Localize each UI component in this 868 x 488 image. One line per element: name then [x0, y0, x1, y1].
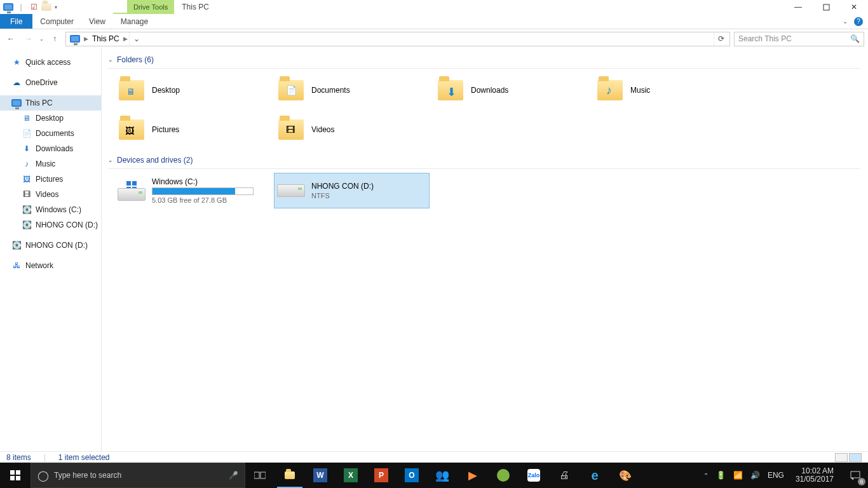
sidebar-downloads[interactable]: ⬇Downloads [0, 141, 101, 156]
nav-history-dropdown[interactable]: ⌄ [39, 36, 44, 42]
address-bar[interactable]: ▶ This PC ▶ ⌄ ⟳ [65, 32, 730, 46]
sidebar-removable-drive[interactable]: 💽NHONG CON (D:) [0, 238, 101, 253]
group-header-folders[interactable]: ⌄ Folders (6) [108, 51, 860, 69]
sidebar-onedrive[interactable]: ☁ OneDrive [0, 75, 101, 90]
qat-new-folder-icon[interactable] [41, 1, 52, 13]
svg-rect-10 [261, 472, 266, 478]
drive-c[interactable]: Windows (C:) 5.03 GB free of 27.8 GB [114, 173, 270, 208]
music-icon: ♪ [22, 159, 32, 169]
folder-pictures[interactable]: 🖼 Pictures [114, 112, 270, 147]
sidebar-documents[interactable]: 📄Documents [0, 126, 101, 141]
tab-manage[interactable]: Manage [113, 13, 156, 29]
battery-icon[interactable]: 🔋 [716, 471, 726, 480]
minimize-button[interactable]: — [784, 0, 812, 14]
search-placeholder: Search This PC [738, 34, 792, 43]
app-paint[interactable]: 🎨 [610, 463, 641, 488]
chevron-down-icon: ⌄ [108, 57, 113, 63]
ribbon-tabs: File Computer View Manage ⌄ ? [0, 14, 868, 29]
nav-back-button[interactable]: ← [4, 32, 18, 46]
folder-videos[interactable]: 🎞 Videos [274, 112, 430, 147]
folder-icon: 🖼 [118, 116, 146, 144]
drive-d-fs: NTFS [311, 192, 374, 200]
app-zalo[interactable]: Zalo [519, 463, 549, 488]
sidebar-videos[interactable]: 🎞Videos [0, 187, 101, 202]
svg-rect-11 [851, 471, 860, 478]
start-button[interactable] [0, 463, 31, 488]
tab-file[interactable]: File [0, 14, 32, 29]
sidebar-quick-access[interactable]: ★ Quick access [0, 55, 101, 70]
folder-desktop[interactable]: 🖥 Desktop [114, 72, 270, 108]
folder-documents[interactable]: 📄 Documents [274, 72, 430, 108]
sidebar-pictures[interactable]: 🖼Pictures [0, 172, 101, 187]
volume-icon[interactable]: 🔊 [750, 471, 760, 480]
chevron-down-icon: ⌄ [108, 157, 113, 163]
ribbon-collapse-icon[interactable]: ⌄ [843, 18, 848, 25]
sidebar-drive-c[interactable]: 💽Windows (C:) [0, 202, 101, 217]
app-people[interactable]: 👥 [427, 463, 458, 488]
view-tiles-button[interactable] [849, 453, 862, 462]
sidebar-desktop[interactable]: 🖥Desktop [0, 111, 101, 126]
app-powerpoint[interactable]: P [366, 463, 397, 488]
svg-rect-9 [254, 472, 259, 478]
chevron-right-icon[interactable]: ▶ [122, 36, 129, 42]
group-header-devices[interactable]: ⌄ Devices and drives (2) [108, 151, 860, 169]
chevron-right-icon[interactable]: ▶ [83, 36, 90, 42]
media-icon: ▶ [468, 468, 477, 482]
drive-d[interactable]: NHONG CON (D:) NTFS [274, 173, 430, 208]
app-printer[interactable]: 🖨 [549, 463, 580, 488]
search-box[interactable]: Search This PC 🔍 [734, 32, 864, 46]
cloud-icon: ☁ [11, 78, 22, 88]
maximize-button[interactable] [812, 0, 840, 14]
app-coccoc[interactable] [488, 463, 519, 488]
qat-properties-icon[interactable]: ☑ [28, 1, 39, 13]
outlook-icon: O [405, 468, 419, 482]
sidebar-music[interactable]: ♪Music [0, 156, 101, 172]
app-media[interactable]: ▶ [458, 463, 488, 488]
tab-view[interactable]: View [81, 14, 113, 29]
task-view-button[interactable] [245, 463, 275, 488]
app-word[interactable]: W [305, 463, 336, 488]
breadcrumb-root[interactable] [67, 32, 83, 46]
view-details-button[interactable] [835, 453, 848, 462]
nav-up-button[interactable]: ↑ [48, 32, 62, 46]
refresh-button[interactable]: ⟳ [714, 32, 728, 46]
taskbar-clock[interactable]: 10:02 AM 31/05/2017 [792, 467, 837, 484]
app-outlook[interactable]: O [397, 463, 427, 488]
svg-rect-7 [10, 476, 15, 480]
language-indicator[interactable]: ENG [768, 471, 784, 480]
svg-rect-0 [824, 4, 829, 10]
paint-icon: 🎨 [619, 470, 632, 482]
contextual-tab-drive-tools[interactable]: Drive Tools [127, 0, 174, 14]
folder-downloads[interactable]: ⬇ Downloads [433, 72, 589, 108]
sidebar-this-pc[interactable]: This PC [0, 95, 101, 111]
svg-rect-6 [16, 470, 20, 475]
address-dropdown-icon[interactable]: ⌄ [129, 32, 144, 46]
tray-overflow-icon[interactable]: ⌃ [703, 472, 709, 479]
close-button[interactable]: ✕ [840, 0, 868, 14]
breadcrumb-this-pc[interactable]: This PC [90, 32, 122, 46]
qat-customize-dropdown[interactable]: ▾ [53, 4, 58, 10]
wifi-icon[interactable]: 📶 [733, 471, 743, 480]
action-center-button[interactable]: 6 [843, 463, 868, 488]
nav-forward-button[interactable]: → [22, 32, 36, 46]
content-pane: ⌄ Folders (6) 🖥 Desktop 📄 Documents ⬇ Do… [102, 48, 868, 451]
app-file-explorer[interactable] [275, 463, 305, 488]
network-icon: 🖧 [11, 261, 22, 271]
sidebar-drive-d[interactable]: 💽NHONG CON (D:) [0, 217, 101, 233]
tab-computer[interactable]: Computer [32, 14, 81, 29]
folder-icon: ⬇ [437, 76, 465, 104]
excel-icon: X [344, 468, 358, 482]
taskbar-search[interactable]: ◯ Type here to search 🎤 [31, 463, 245, 488]
taskbar-search-placeholder: Type here to search [54, 471, 121, 480]
app-edge[interactable]: e [580, 463, 610, 488]
system-menu-icon[interactable] [3, 1, 14, 13]
help-icon[interactable]: ? [854, 17, 863, 26]
sidebar-network[interactable]: 🖧Network [0, 258, 101, 273]
documents-icon: 📄 [22, 128, 32, 139]
quick-access-toolbar: | ☑ ▾ [0, 0, 61, 14]
this-pc-icon [70, 35, 80, 43]
folder-music[interactable]: ♪ Music [593, 72, 749, 108]
microphone-icon[interactable]: 🎤 [229, 471, 238, 480]
app-excel[interactable]: X [336, 463, 366, 488]
search-icon[interactable]: 🔍 [850, 34, 860, 43]
